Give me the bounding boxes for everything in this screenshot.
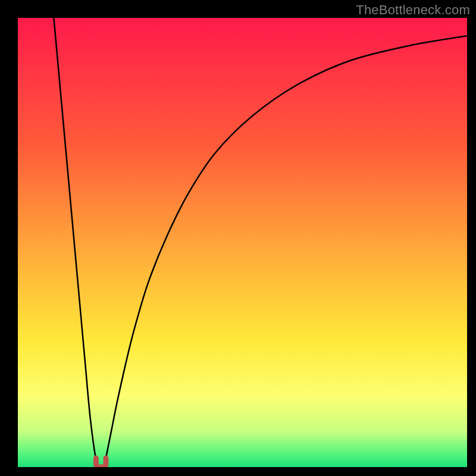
gradient-background	[18, 18, 467, 467]
plot-area	[18, 18, 467, 467]
plot-svg	[18, 18, 467, 467]
chart-container: TheBottleneck.com	[0, 0, 476, 476]
attribution-label: TheBottleneck.com	[356, 2, 470, 18]
